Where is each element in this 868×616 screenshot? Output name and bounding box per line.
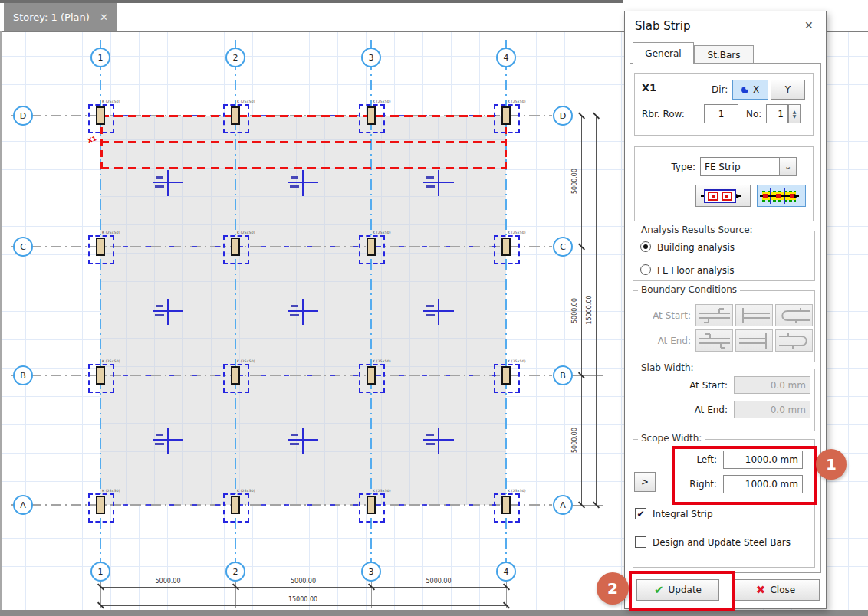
column[interactable] [501, 366, 511, 385]
dir-y-label: Y [785, 84, 791, 95]
beam-line[interactable] [100, 246, 506, 247]
type-select[interactable]: FE Strip [700, 157, 780, 176]
strip-name: X1 [642, 82, 656, 93]
column[interactable] [96, 106, 105, 125]
strip-style-fe-button[interactable] [757, 185, 806, 207]
bc-end-option-2-button[interactable] [735, 329, 773, 352]
design-update-checkbox[interactable] [635, 536, 646, 548]
bc-start-option-2-button[interactable] [735, 304, 773, 326]
column-tag: K (25x50) [508, 100, 526, 103]
column[interactable] [501, 106, 511, 125]
bc-end-option-3-button[interactable] [775, 329, 813, 352]
slab-label-cross [167, 428, 169, 454]
annotation-box-scope-width [672, 446, 817, 505]
slab-strip-edge[interactable] [100, 141, 506, 143]
building-analysis-radio[interactable] [640, 241, 651, 252]
tab-stbars[interactable]: St.Bars [694, 45, 754, 64]
dimension-text: 5000.00 [281, 578, 327, 585]
column[interactable] [501, 238, 511, 256]
axis-bubble-4: 4 [496, 48, 516, 67]
spinner-down-icon[interactable]: ▼ [793, 114, 797, 119]
slab-label-text [155, 314, 164, 316]
slab-label-cross [167, 170, 169, 196]
dimension-text: 5000.00 [145, 578, 191, 585]
beam-line[interactable] [100, 504, 506, 506]
dir-x-icon [741, 87, 748, 93]
column[interactable] [367, 238, 376, 256]
slab-label-text [290, 185, 299, 188]
beam-line[interactable] [100, 375, 506, 376]
fe-floor-analysis-radio[interactable] [640, 264, 651, 275]
bc-start-2-icon [738, 306, 771, 325]
design-update-label[interactable]: Design and Update Steel Bars [653, 537, 791, 548]
bc-start-option-3-button[interactable] [775, 304, 813, 326]
canvas-bottom-bar [0, 610, 868, 616]
column-tag: K (25x50) [102, 100, 120, 103]
column-tag: K (25x50) [102, 231, 120, 234]
column-tag: K (25x50) [102, 359, 120, 363]
annotation-badge-1: 1 [816, 449, 847, 480]
dimension-line [100, 587, 506, 588]
dimension-line [581, 116, 582, 505]
slab-label-text [156, 434, 163, 436]
column[interactable] [367, 496, 376, 514]
slab-label-cross [302, 428, 304, 454]
column[interactable] [96, 366, 105, 385]
column[interactable] [501, 496, 511, 514]
axis-bubble-B: B [13, 365, 33, 385]
dimension-line [596, 116, 597, 505]
bc-end-option-1-button[interactable] [695, 329, 733, 352]
integral-strip-label[interactable]: Integral Strip [653, 509, 713, 519]
column[interactable] [231, 366, 240, 385]
column[interactable] [367, 106, 376, 125]
tab-stbars-label: St.Bars [708, 50, 741, 61]
building-analysis-label[interactable]: Building analysis [657, 242, 735, 253]
type-dropdown-button[interactable]: ⌄ [779, 157, 797, 176]
slab-label-text [156, 305, 163, 307]
column[interactable] [231, 106, 240, 125]
column[interactable] [96, 496, 105, 514]
axis-bubble-B: B [553, 365, 573, 385]
slab-strip-edge[interactable] [100, 115, 506, 117]
column-tag: K (25x50) [373, 489, 391, 493]
column[interactable] [231, 238, 240, 256]
column[interactable] [367, 366, 376, 385]
axis-bubble-C: C [13, 237, 33, 257]
axis-bubble-A: A [553, 495, 573, 515]
slab-at-start-input[interactable]: 0.0 mm [734, 376, 810, 394]
column[interactable] [231, 496, 240, 514]
fe-strip-icon [759, 187, 804, 205]
strip-style-columns-button[interactable] [695, 185, 751, 207]
slab-label-text [291, 434, 298, 436]
no-input[interactable]: 1 [766, 104, 788, 123]
fe-floor-analysis-label[interactable]: FE Floor analysis [657, 265, 735, 276]
scope-expand-button[interactable]: > [634, 472, 656, 492]
no-spinner[interactable]: ▲ ▼ [788, 104, 801, 123]
integral-strip-checkbox[interactable]: ✔ [635, 508, 646, 519]
dir-y-button[interactable]: Y [771, 80, 805, 100]
bc-end-1-icon [698, 332, 732, 350]
slab-label-text [426, 434, 434, 436]
chevron-down-icon: ⌄ [784, 162, 791, 172]
slab-at-end-input[interactable]: 0.0 mm [734, 401, 810, 418]
slab-strip-edge[interactable] [100, 167, 506, 169]
bc-start-3-icon [778, 306, 811, 325]
dialog-close-icon[interactable]: ✕ [804, 19, 814, 31]
annotation-box-update [629, 571, 735, 611]
bc-start-option-1-button[interactable] [695, 304, 733, 326]
close-button[interactable]: ✖ Close [732, 579, 820, 601]
rbr-row-input[interactable]: 1 [704, 104, 738, 123]
slab-at-start-label: At Start: [656, 380, 728, 391]
column-tag: K (25x50) [237, 231, 255, 234]
dir-x-button[interactable]: X [732, 80, 768, 100]
slab-label-cross [438, 299, 439, 325]
dimension-text-total: 15000.00 [280, 596, 326, 603]
column-tag: K (25x50) [373, 100, 391, 103]
slab-label-text [426, 314, 435, 316]
axis-bubble-2: 2 [225, 48, 245, 67]
column[interactable] [96, 238, 105, 256]
slab-label-text [426, 176, 434, 179]
tab-general[interactable]: General [633, 42, 694, 64]
slab-label-text [155, 443, 164, 445]
axis-bubble-C: C [553, 237, 573, 257]
